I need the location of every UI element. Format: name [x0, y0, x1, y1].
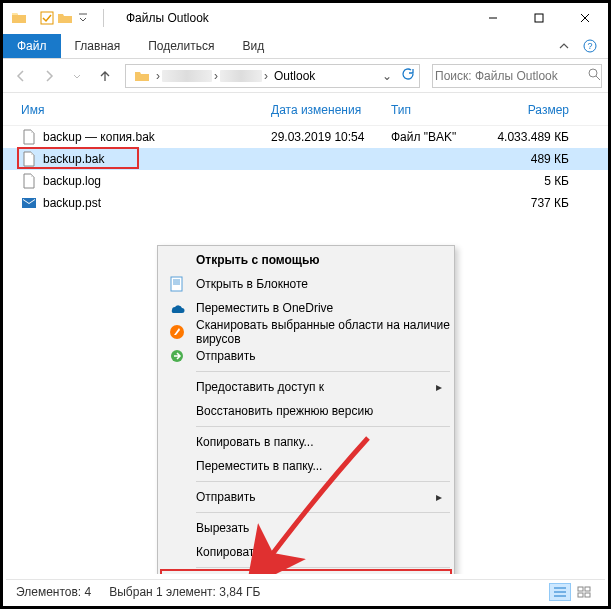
ctx-send-to[interactable]: Отправить: [160, 344, 452, 368]
ctx-move-onedrive[interactable]: Переместить в OneDrive: [160, 296, 452, 320]
column-headers: Имя Дата изменения Тип Размер: [3, 93, 608, 126]
svg-point-4: [589, 69, 597, 77]
avast-icon: [168, 323, 186, 341]
submenu-arrow-icon: ▸: [436, 490, 452, 504]
status-selection: Выбран 1 элемент: 3,84 ГБ: [109, 585, 260, 599]
file-row[interactable]: backup — копия.bak 29.03.2019 10:54 Файл…: [3, 126, 608, 148]
up-button[interactable]: [93, 64, 117, 88]
file-row[interactable]: backup.pst 737 КБ: [3, 192, 608, 214]
file-size: 5 КБ: [489, 174, 569, 188]
svg-rect-0: [41, 12, 53, 24]
address-segment-blurred[interactable]: [220, 70, 262, 82]
file-name: backup — копия.bak: [43, 130, 155, 144]
file-row[interactable]: backup.log 5 КБ: [3, 170, 608, 192]
folder-icon: [11, 10, 27, 26]
separator: [196, 567, 450, 568]
chevron-right-icon[interactable]: ›: [262, 69, 270, 83]
minimize-button[interactable]: [470, 3, 516, 33]
qat-folder-icon[interactable]: [57, 10, 73, 26]
qat-checkbox-icon[interactable]: [39, 10, 55, 26]
recent-dropdown-icon[interactable]: [65, 64, 89, 88]
search-input[interactable]: [433, 68, 587, 84]
file-size: 737 КБ: [489, 196, 569, 210]
maximize-button[interactable]: [516, 3, 562, 33]
context-menu: Открыть с помощью Открыть в Блокноте Пер…: [157, 245, 455, 574]
separator: [196, 512, 450, 513]
send-icon: [168, 347, 186, 365]
ctx-create-shortcut[interactable]: Создать ярлык: [160, 571, 452, 574]
svg-rect-10: [585, 587, 590, 591]
separator: [103, 9, 104, 27]
file-icon: [21, 151, 37, 167]
file-icon: [21, 129, 37, 145]
notepad-icon: [168, 275, 186, 293]
back-button[interactable]: [9, 64, 33, 88]
quick-access-toolbar: [39, 10, 91, 26]
view-icons-button[interactable]: [573, 583, 595, 601]
separator: [196, 426, 450, 427]
tab-share[interactable]: Поделиться: [134, 34, 228, 58]
file-date: 29.03.2019 10:54: [271, 130, 391, 144]
view-details-button[interactable]: [549, 583, 571, 601]
svg-text:?: ?: [587, 41, 592, 51]
tab-home[interactable]: Главная: [61, 34, 135, 58]
refresh-button[interactable]: [395, 67, 419, 84]
ctx-copy-to-folder[interactable]: Копировать в папку...: [160, 430, 452, 454]
file-size: 4.033.489 КБ: [489, 130, 569, 144]
ctx-cut[interactable]: Вырезать: [160, 516, 452, 540]
window-title: Файлы Outlook: [126, 11, 209, 25]
chevron-right-icon[interactable]: ›: [212, 69, 220, 83]
svg-rect-9: [578, 587, 583, 591]
ctx-restore-previous[interactable]: Восстановить прежнюю версию: [160, 399, 452, 423]
separator: [196, 371, 450, 372]
address-bar[interactable]: › › › Outlook ⌄: [125, 64, 420, 88]
status-bar: Элементов: 4 Выбран 1 элемент: 3,84 ГБ: [6, 579, 605, 603]
nav-bar: › › › Outlook ⌄: [3, 59, 608, 93]
svg-rect-11: [578, 593, 583, 597]
chevron-right-icon[interactable]: ›: [154, 69, 162, 83]
ctx-send[interactable]: Отправить▸: [160, 485, 452, 509]
ctx-copy[interactable]: Копировать: [160, 540, 452, 564]
tab-file[interactable]: Файл: [3, 34, 61, 58]
address-dropdown-icon[interactable]: ⌄: [377, 69, 395, 83]
title-bar: Файлы Outlook: [3, 3, 608, 33]
ctx-grant-access[interactable]: Предоставить доступ к▸: [160, 375, 452, 399]
file-icon: [21, 173, 37, 189]
svg-rect-1: [535, 14, 543, 22]
forward-button[interactable]: [37, 64, 61, 88]
svg-rect-12: [585, 593, 590, 597]
qat-dropdown-icon[interactable]: [75, 10, 91, 26]
ctx-open-with[interactable]: Открыть с помощью: [160, 248, 452, 272]
pst-icon: [21, 195, 37, 211]
address-segment[interactable]: Outlook: [270, 65, 319, 87]
ctx-scan-virus[interactable]: Сканировать выбранные области на наличие…: [160, 320, 452, 344]
status-item-count: Элементов: 4: [16, 585, 91, 599]
help-button[interactable]: ?: [578, 34, 602, 58]
file-name: backup.pst: [43, 196, 101, 210]
file-size: 489 КБ: [489, 152, 569, 166]
ribbon-collapse-icon[interactable]: [552, 34, 576, 58]
onedrive-icon: [168, 299, 186, 317]
close-button[interactable]: [562, 3, 608, 33]
address-folder-icon: [130, 65, 154, 87]
file-list-pane: Имя Дата изменения Тип Размер backup — к…: [3, 93, 608, 574]
file-type: Файл "BAK": [391, 130, 489, 144]
file-name: backup.bak: [43, 152, 104, 166]
column-size[interactable]: Размер: [489, 103, 569, 117]
column-type[interactable]: Тип: [391, 103, 489, 117]
tab-view[interactable]: Вид: [228, 34, 278, 58]
ctx-move-to-folder[interactable]: Переместить в папку...: [160, 454, 452, 478]
ribbon-tabs: Файл Главная Поделиться Вид ?: [3, 33, 608, 59]
column-date[interactable]: Дата изменения: [271, 103, 391, 117]
submenu-arrow-icon: ▸: [436, 380, 452, 394]
search-box[interactable]: [432, 64, 602, 88]
file-name: backup.log: [43, 174, 101, 188]
address-segment-blurred[interactable]: [162, 70, 212, 82]
ctx-open-notepad[interactable]: Открыть в Блокноте: [160, 272, 452, 296]
separator: [196, 481, 450, 482]
column-name[interactable]: Имя: [21, 103, 271, 117]
file-row[interactable]: backup.bak 489 КБ: [3, 148, 608, 170]
search-icon[interactable]: [587, 67, 601, 84]
